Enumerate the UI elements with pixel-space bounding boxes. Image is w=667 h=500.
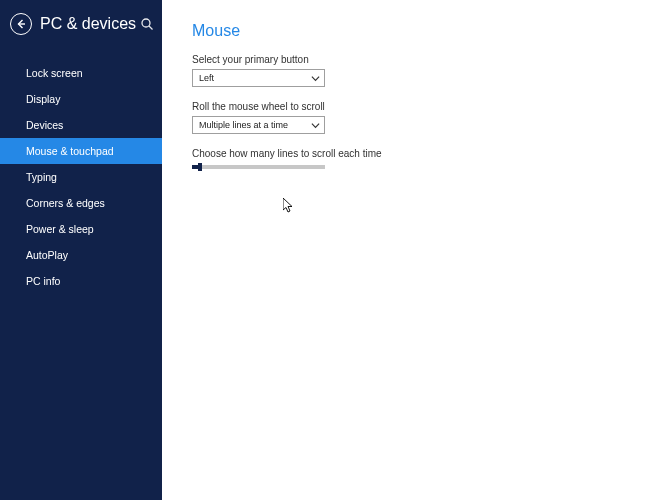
scroll-lines-slider[interactable]	[192, 165, 325, 169]
primary-button-dropdown[interactable]: Left	[192, 69, 325, 87]
sidebar-item-typing[interactable]: Typing	[0, 164, 162, 190]
sidebar-item-display[interactable]: Display	[0, 86, 162, 112]
scroll-wheel-setting: Roll the mouse wheel to scroll Multiple …	[192, 101, 637, 134]
sidebar-item-power-sleep[interactable]: Power & sleep	[0, 216, 162, 242]
primary-button-value: Left	[199, 73, 214, 83]
scroll-lines-setting: Choose how many lines to scroll each tim…	[192, 148, 637, 169]
sidebar-item-mouse-touchpad[interactable]: Mouse & touchpad	[0, 138, 162, 164]
sidebar-items: Lock screenDisplayDevicesMouse & touchpa…	[0, 48, 162, 294]
header-title: PC & devices	[40, 15, 140, 33]
chevron-down-icon	[311, 75, 320, 82]
sidebar: PC & devices Lock screenDisplayDevicesMo…	[0, 0, 162, 500]
back-arrow-icon	[15, 18, 27, 30]
svg-point-0	[142, 19, 150, 27]
back-button[interactable]	[10, 13, 32, 35]
sidebar-item-lock-screen[interactable]: Lock screen	[0, 60, 162, 86]
svg-line-1	[149, 26, 153, 30]
primary-button-setting: Select your primary button Left	[192, 54, 637, 87]
page-title: Mouse	[192, 22, 637, 40]
scroll-wheel-dropdown[interactable]: Multiple lines at a time	[192, 116, 325, 134]
sidebar-item-corners-edges[interactable]: Corners & edges	[0, 190, 162, 216]
sidebar-item-devices[interactable]: Devices	[0, 112, 162, 138]
primary-button-label: Select your primary button	[192, 54, 637, 65]
sidebar-item-autoplay[interactable]: AutoPlay	[0, 242, 162, 268]
scroll-wheel-label: Roll the mouse wheel to scroll	[192, 101, 637, 112]
sidebar-item-pc-info[interactable]: PC info	[0, 268, 162, 294]
sidebar-header: PC & devices	[0, 0, 162, 48]
main-content: Mouse Select your primary button Left Ro…	[162, 0, 667, 500]
slider-thumb[interactable]	[198, 163, 202, 171]
scroll-wheel-value: Multiple lines at a time	[199, 120, 288, 130]
chevron-down-icon	[311, 122, 320, 129]
search-icon[interactable]	[140, 17, 154, 31]
scroll-lines-label: Choose how many lines to scroll each tim…	[192, 148, 637, 159]
